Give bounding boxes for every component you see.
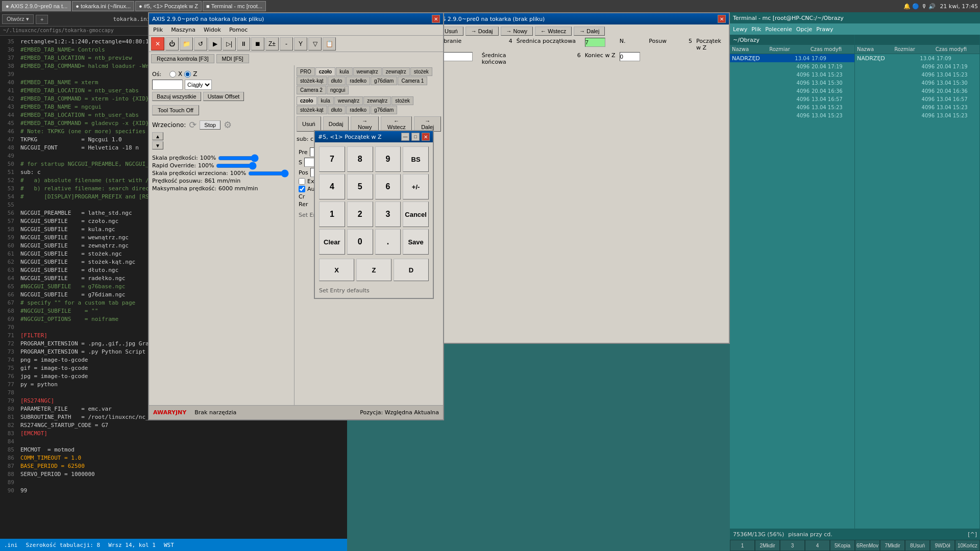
numpad-6[interactable]: 6 bbox=[375, 174, 401, 199]
numpad-maximize[interactable]: □ bbox=[411, 133, 420, 141]
list-item[interactable]: 4096 13.04 15:23 bbox=[730, 111, 854, 119]
jog-mode-select[interactable]: Ciągły bbox=[185, 80, 212, 90]
numpad-clear[interactable]: Clear bbox=[319, 229, 345, 255]
log-btn[interactable]: 📋 bbox=[323, 37, 336, 51]
list-item[interactable]: NADRZĘD 13.04 17:09 bbox=[855, 54, 979, 62]
open-btn[interactable]: Otwórz ▾ bbox=[2, 14, 34, 24]
list-item[interactable]: 4096 20.04 17:19 bbox=[730, 62, 854, 70]
bazuj-btn[interactable]: Bazuj wszystkie bbox=[152, 92, 201, 101]
list-item[interactable]: 4096 13.04 15:30 bbox=[730, 79, 854, 87]
subtab-czolo[interactable]: czoło bbox=[297, 96, 317, 105]
list-item[interactable]: 4096 13.04 15:23 bbox=[855, 70, 979, 79]
subtab-sozek-kat[interactable]: stożek-kąt bbox=[297, 106, 327, 114]
numpad-4[interactable]: 4 bbox=[319, 174, 345, 199]
tab-ngcgui[interactable]: ngcgui bbox=[327, 86, 349, 94]
axis-y-btn[interactable]: Y bbox=[294, 37, 307, 51]
numpad-0[interactable]: 0 bbox=[347, 229, 373, 255]
numpad-save[interactable]: Save bbox=[403, 229, 429, 255]
fm-menu-lewy[interactable]: Lewy bbox=[733, 26, 747, 33]
fm-menu-prawy[interactable]: Prawy bbox=[816, 26, 833, 33]
manual-tab-btn[interactable]: Ręczna kontrola [F3] bbox=[151, 54, 214, 63]
numpad-cancel[interactable]: Cancel bbox=[403, 202, 429, 227]
tab-sozek-kat[interactable]: stożek-kąt bbox=[297, 77, 327, 85]
list-item[interactable]: 4096 13.04 15:23 bbox=[855, 111, 979, 119]
numpad-d[interactable]: D bbox=[394, 259, 429, 281]
wstecz-btn[interactable]: ← Wstecz bbox=[381, 116, 412, 132]
fm-cmd-10[interactable]: 10Kończ bbox=[955, 540, 980, 551]
subtab-g76diam[interactable]: g76diam bbox=[371, 106, 397, 114]
dodaj-btn[interactable]: Dodaj bbox=[323, 116, 349, 132]
list-item[interactable]: 4096 13.04 16:57 bbox=[855, 95, 979, 103]
subtab-kula[interactable]: kula bbox=[317, 96, 334, 105]
taskbar-terminal-btn[interactable]: ■ Terminal - mc [root... bbox=[203, 1, 266, 11]
dalej-btn[interactable]: → Dalej bbox=[414, 116, 441, 132]
touch-off-z-btn[interactable]: Z± bbox=[265, 37, 279, 51]
jog-down-btn[interactable]: ▼ bbox=[152, 141, 163, 149]
usun-btn[interactable]: Usuń bbox=[297, 116, 321, 132]
rapid-slider[interactable] bbox=[216, 163, 257, 169]
tab-pro[interactable]: PRO bbox=[297, 67, 315, 76]
taskbar-tokarka-btn[interactable]: ● tokarka.ini (~/linux... bbox=[72, 1, 134, 11]
tab-camera1[interactable]: Camera 1 bbox=[398, 77, 427, 85]
fm-menu-opcje[interactable]: Opcje bbox=[796, 26, 813, 33]
numpad-1[interactable]: 1 bbox=[319, 202, 345, 227]
numpad-3[interactable]: 3 bbox=[375, 202, 401, 227]
fm-cmd-7[interactable]: 7Mkdir bbox=[880, 540, 905, 551]
jog-up-btn[interactable]: ▲ bbox=[152, 132, 163, 140]
list-item[interactable]: 4096 13.04 15:23 bbox=[730, 103, 854, 111]
power-btn[interactable]: ⏻ bbox=[165, 37, 179, 51]
list-item[interactable]: 4096 20.04 17:19 bbox=[855, 62, 979, 70]
list-item[interactable]: 4096 20.04 16:36 bbox=[855, 87, 979, 95]
tool-nowy-btn[interactable]: → Nowy bbox=[501, 27, 533, 36]
numpad-z[interactable]: Z bbox=[356, 259, 391, 281]
fm-cmd-9[interactable]: 9WDół bbox=[930, 540, 955, 551]
pause-btn[interactable]: ⏸ bbox=[237, 37, 250, 51]
menu-maszyna[interactable]: Maszyna bbox=[169, 26, 198, 34]
estop-btn[interactable]: ✕ bbox=[151, 37, 164, 51]
fm-cmd-6[interactable]: 6RenMov bbox=[855, 540, 880, 551]
param-srednica-poczatkowa-input[interactable] bbox=[585, 38, 605, 47]
auto-check[interactable] bbox=[299, 186, 305, 192]
list-item[interactable]: 4096 13.04 15:23 bbox=[730, 70, 854, 79]
menu-widok[interactable]: Widok bbox=[202, 26, 223, 34]
tool-dalej-btn[interactable]: → Dalej bbox=[574, 27, 605, 36]
axis-close-btn[interactable]: ✕ bbox=[432, 15, 440, 23]
tab-zewnatrz[interactable]: zewnątrz bbox=[382, 67, 410, 76]
numpad-x[interactable]: X bbox=[319, 259, 354, 281]
taskbar-axis-btn[interactable]: ● AXIS 2.9.0~pre0 na t... bbox=[2, 1, 71, 11]
tab-g76diam[interactable]: g76diam bbox=[371, 77, 397, 85]
nowy-btn[interactable]: → Nowy bbox=[351, 116, 379, 132]
stop-toolbar-btn[interactable]: ⏹ bbox=[251, 37, 264, 51]
numpad-8[interactable]: 8 bbox=[347, 146, 373, 172]
list-item[interactable]: 4096 13.04 15:23 bbox=[855, 103, 979, 111]
axis-z-radio[interactable] bbox=[184, 71, 191, 78]
fm-cmd-5[interactable]: 5Kopia bbox=[830, 540, 855, 551]
new-tab-btn[interactable]: + bbox=[36, 15, 48, 24]
reload-btn[interactable]: ↺ bbox=[194, 37, 207, 51]
fm-menu-polecenie[interactable]: Polecenie bbox=[765, 26, 792, 33]
expand-check[interactable] bbox=[299, 178, 305, 185]
param-koniec-z-input[interactable] bbox=[620, 52, 640, 61]
fm-cmd-3[interactable]: 3 bbox=[780, 540, 805, 551]
numpad-5[interactable]: 5 bbox=[347, 174, 373, 199]
list-item[interactable]: 4096 20.04 16:36 bbox=[730, 87, 854, 95]
jog-input[interactable] bbox=[152, 80, 183, 90]
numpad-2[interactable]: 2 bbox=[347, 202, 373, 227]
touch-off-main-btn[interactable]: Tool Touch Off bbox=[152, 105, 199, 115]
list-item[interactable]: NADRZĘD 13.04 17:09 bbox=[730, 54, 854, 62]
list-item[interactable]: 4096 13.04 15:30 bbox=[855, 79, 979, 87]
numpad-9[interactable]: 9 bbox=[375, 146, 401, 172]
subtab-dluto[interactable]: dłuto bbox=[328, 106, 346, 114]
menu-pomoc[interactable]: Pomoc bbox=[227, 26, 250, 34]
tab-radelko[interactable]: radełko bbox=[346, 77, 370, 85]
tool-dodaj-btn[interactable]: → Dodaj bbox=[465, 27, 499, 36]
axis-x-radio[interactable] bbox=[169, 71, 176, 78]
numpad-close-btn[interactable]: ✕ bbox=[422, 133, 430, 141]
fm-right-file-list[interactable]: NADRZĘD 13.04 17:09 4096 20.04 17:19 409… bbox=[855, 54, 979, 529]
fm-cmd-4[interactable]: 4 bbox=[805, 540, 830, 551]
taskbar-ngc-btn[interactable]: ● #5, <1> Początek w Z bbox=[135, 1, 202, 11]
filter-btn[interactable]: ▽ bbox=[308, 37, 322, 51]
tab-wewnatrz[interactable]: wewnątrz bbox=[353, 67, 382, 76]
numpad-minimize[interactable]: — bbox=[401, 133, 409, 141]
subtab-sozek[interactable]: stożek bbox=[391, 96, 413, 105]
